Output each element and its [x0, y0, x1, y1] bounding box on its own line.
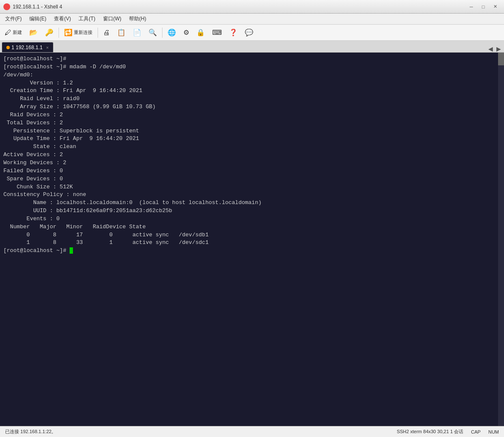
terminal-line: Raid Level : raid0 [3, 95, 501, 103]
menu-view[interactable]: 查看(V) [50, 14, 74, 23]
open-icon: 📂 [29, 28, 38, 36]
tab-label: 1 192.168.1.1 [11, 45, 42, 50]
settings-button[interactable]: ⚙ [180, 27, 192, 38]
close-button[interactable]: ✕ [490, 3, 501, 11]
scrollbar[interactable] [498, 53, 504, 426]
terminal-line: UUID : bb14711d:62e6a0f9:2051aa23:d62cb2… [3, 207, 501, 215]
tab-bar: 1 192.168.1.1 × ◀ ▶ [0, 41, 504, 53]
reconnect-icon: 🔁 [64, 28, 73, 36]
paste-button[interactable]: 📄 [130, 27, 144, 38]
open-button[interactable]: 📂 [26, 27, 41, 38]
status-bar: 已连接 192.168.1.1:22。 SSH2 xterm 84x30 30,… [0, 426, 504, 437]
title-bar: 192.168.1.1 - Xshell 4 ─ □ ✕ [0, 0, 504, 14]
terminal-line: [root@localhost ~]# [3, 247, 501, 255]
globe-icon: 🌐 [168, 28, 176, 36]
lock-icon: 🔒 [196, 28, 205, 36]
caps-lock: CAP [469, 429, 482, 434]
terminal-line: Total Devices : 2 [3, 119, 501, 127]
terminal-line: [root@localhost ~]# mdadm -D /dev/md0 [3, 63, 501, 71]
connection-status: 已连接 192.168.1.1:22。 [3, 429, 58, 435]
sep2 [98, 28, 98, 38]
chat-icon: 💬 [245, 28, 253, 36]
tab-close-button[interactable]: × [46, 45, 48, 50]
menu-bar: 文件(F) 编辑(E) 查看(V) 工具(T) 窗口(W) 帮助(H) [0, 14, 504, 25]
terminal-line: Array Size : 10477568 (9.99 GiB 10.73 GB… [3, 103, 501, 111]
terminal-line: Working Devices : 2 [3, 159, 501, 167]
terminal-line: 1 8 33 1 active sync /dev/sdc1 [3, 239, 501, 247]
copy-icon: 📋 [117, 28, 126, 36]
terminal-line: /dev/md0: [3, 71, 501, 79]
terminal-line: [root@localhost ~]# [3, 55, 501, 63]
terminal-line: Creation Time : Fri Apr 9 16:44:20 2021 [3, 87, 501, 95]
find-button[interactable]: 🔍 [146, 27, 160, 38]
terminal-line: Raid Devices : 2 [3, 111, 501, 119]
paste-icon: 📄 [133, 28, 141, 36]
terminal-line: Chunk Size : 512K [3, 183, 501, 191]
chat-button[interactable]: 💬 [242, 27, 256, 38]
menu-edit[interactable]: 编辑(E) [26, 14, 50, 23]
new-session-button[interactable]: 🖊 新建 [2, 27, 25, 38]
print-button[interactable]: 🖨 [100, 27, 113, 38]
menu-file[interactable]: 文件(F) [2, 14, 25, 23]
new-icon: 🖊 [5, 29, 11, 36]
tab-next-arrow[interactable]: ▶ [495, 45, 502, 52]
session-info: SSH2 xterm 84x30 30,21 1 会话 [395, 429, 465, 435]
session-tab[interactable]: 1 192.168.1.1 × [2, 42, 53, 52]
print-icon: 🖨 [103, 29, 110, 36]
terminal-line: Name : localhost.localdomain:0 (local to… [3, 199, 501, 207]
terminal-line: Number Major Minor RaidDevice State [3, 223, 501, 231]
terminal-line: State : clean [3, 143, 501, 151]
copy-button[interactable]: 📋 [114, 27, 129, 38]
tab-prev-arrow[interactable]: ◀ [487, 45, 494, 52]
terminal-line: Update Time : Fri Apr 9 16:44:20 2021 [3, 135, 501, 143]
minimize-button[interactable]: ─ [466, 3, 477, 11]
keyboard-button[interactable]: ⌨ [209, 27, 225, 38]
help-button[interactable]: ❓ [226, 27, 241, 38]
app-icon [3, 3, 10, 10]
sep1 [59, 28, 59, 38]
tab-dot [6, 46, 10, 49]
maximize-button[interactable]: □ [478, 3, 489, 11]
terminal-area[interactable]: [root@localhost ~]#[root@localhost ~]# m… [0, 53, 504, 426]
toolbar: 🖊 新建 📂 🔑 🔁 重新连接 🖨 📋 📄 🔍 🌐 ⚙ 🔒 ⌨ ❓ 💬 [0, 25, 504, 41]
reconnect-button[interactable]: 🔁 重新连接 [61, 27, 95, 38]
terminal-line: Spare Devices : 0 [3, 175, 501, 183]
window-title: 192.168.1.1 - Xshell 4 [13, 4, 62, 10]
keyboard-icon: ⌨ [212, 28, 222, 36]
key-button[interactable]: 🔑 [42, 27, 56, 38]
terminal-line: Version : 1.2 [3, 79, 501, 87]
sep3 [162, 28, 162, 38]
menu-window[interactable]: 窗口(W) [100, 14, 125, 23]
terminal-line: Events : 0 [3, 215, 501, 223]
key-icon: 🔑 [45, 28, 53, 36]
menu-tools[interactable]: 工具(T) [75, 14, 98, 23]
lock-button[interactable]: 🔒 [193, 27, 208, 38]
terminal-content: [root@localhost ~]#[root@localhost ~]# m… [3, 55, 501, 255]
terminal-line: Active Devices : 2 [3, 151, 501, 159]
menu-help[interactable]: 帮助(H) [126, 14, 150, 23]
terminal-line: 0 8 17 0 active sync /dev/sdb1 [3, 231, 501, 239]
scrollbar-thumb[interactable] [498, 53, 504, 65]
help-icon: ❓ [229, 28, 238, 36]
find-icon: 🔍 [148, 28, 157, 36]
terminal-line: Consistency Policy : none [3, 191, 501, 199]
globe-button[interactable]: 🌐 [165, 27, 179, 38]
terminal-line: Failed Devices : 0 [3, 167, 501, 175]
num-lock: NUM [487, 429, 501, 434]
settings-icon: ⚙ [183, 28, 189, 36]
terminal-line: Persistence : Superblock is persistent [3, 127, 501, 135]
